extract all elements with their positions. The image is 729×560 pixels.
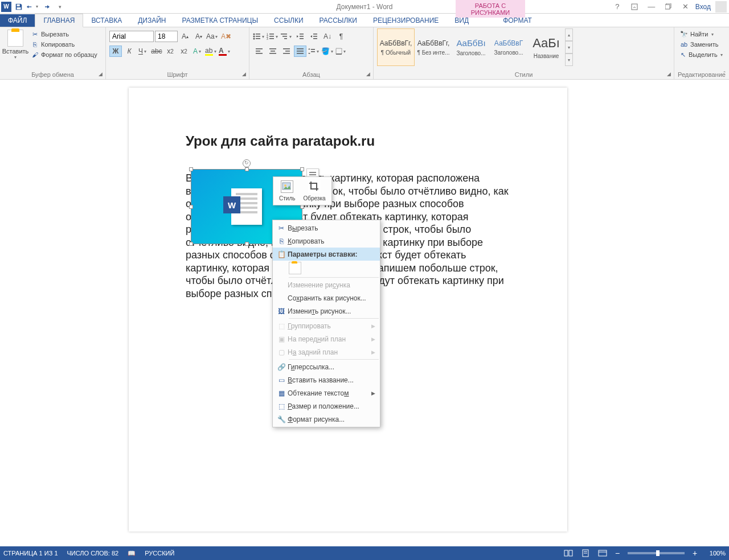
- sign-in-link[interactable]: Вход: [695, 3, 711, 11]
- line-spacing-button[interactable]: ▾: [308, 46, 320, 57]
- zoom-slider-thumb[interactable]: [656, 550, 660, 556]
- cut-button[interactable]: ✂Вырезать: [30, 30, 99, 39]
- web-layout-button[interactable]: [596, 547, 609, 559]
- align-left-button[interactable]: [253, 46, 265, 57]
- tab-references[interactable]: ССЫЛКИ: [266, 14, 311, 27]
- user-avatar[interactable]: [715, 1, 727, 13]
- resize-handle-mr[interactable]: [300, 205, 304, 209]
- clipboard-dialog-launcher[interactable]: ◢: [97, 71, 104, 77]
- highlight-button[interactable]: ab▾: [205, 46, 218, 57]
- save-button[interactable]: [13, 1, 25, 13]
- clear-formatting-button[interactable]: A✖: [220, 31, 232, 42]
- styles-dialog-launcher[interactable]: ◢: [665, 71, 672, 77]
- proofing-button[interactable]: 📖: [128, 550, 136, 557]
- tab-home[interactable]: ГЛАВНАЯ: [35, 14, 83, 27]
- rotate-handle[interactable]: [243, 159, 251, 167]
- gallery-scroll-up[interactable]: ▴: [565, 28, 573, 41]
- tab-insert[interactable]: ВСТАВКА: [83, 14, 130, 27]
- resize-handle-tr[interactable]: [300, 167, 304, 171]
- subscript-button[interactable]: x2: [164, 46, 177, 57]
- ctx-save-as-picture[interactable]: Сохранить как рисунок...: [273, 291, 380, 304]
- paste-keep-source-button[interactable]: [289, 262, 301, 274]
- resize-handle-bm[interactable]: [245, 242, 249, 246]
- style-no-spacing[interactable]: АаБбВвГг,¶ Без инте...: [415, 28, 452, 66]
- paragraph-dialog-launcher[interactable]: ◢: [364, 71, 371, 77]
- font-color-button[interactable]: A▾: [219, 46, 231, 57]
- grow-font-button[interactable]: A▴: [179, 31, 191, 42]
- ctx-hyperlink[interactable]: 🔗Гиперссылка...: [273, 360, 380, 373]
- decrease-indent-button[interactable]: [294, 31, 306, 42]
- collapse-ribbon-button[interactable]: ˆ: [723, 71, 726, 77]
- zoom-level[interactable]: 100%: [703, 550, 726, 557]
- ctx-cut[interactable]: ✂Вырезать: [273, 221, 380, 234]
- copy-button[interactable]: ⎘Копировать: [30, 40, 99, 49]
- ribbon-display-options-button[interactable]: [627, 1, 642, 13]
- numbering-button[interactable]: 123▾: [267, 31, 279, 42]
- font-dialog-launcher[interactable]: ◢: [240, 71, 247, 77]
- tab-mailings[interactable]: РАССЫЛКИ: [312, 14, 365, 27]
- underline-button[interactable]: Ч▾: [137, 46, 149, 57]
- align-right-button[interactable]: [280, 46, 293, 57]
- page[interactable]: Урок для сайта paratapok.ru Вот этот тек…: [129, 88, 567, 532]
- show-marks-button[interactable]: ¶: [335, 31, 347, 42]
- tab-review[interactable]: РЕЦЕНЗИРОВАНИЕ: [365, 14, 447, 27]
- resize-handle-tl[interactable]: [189, 167, 193, 171]
- close-button[interactable]: ✕: [678, 1, 693, 13]
- ctx-insert-caption[interactable]: ▭Вставить название...: [273, 373, 380, 386]
- font-size-combo[interactable]: [155, 31, 178, 42]
- increase-indent-button[interactable]: [308, 31, 320, 42]
- undo-button[interactable]: ▾: [26, 1, 39, 13]
- resize-handle-ml[interactable]: [189, 205, 193, 209]
- minimize-button[interactable]: —: [644, 1, 659, 13]
- gallery-expand[interactable]: ▾: [565, 53, 573, 66]
- font-name-combo[interactable]: [109, 31, 154, 42]
- format-painter-button[interactable]: 🖌Формат по образцу: [30, 50, 99, 59]
- strikethrough-button[interactable]: abc: [150, 46, 163, 57]
- style-title[interactable]: АаБıНазвание: [527, 28, 565, 66]
- zoom-out-button[interactable]: −: [613, 549, 622, 558]
- page-indicator[interactable]: СТРАНИЦА 1 ИЗ 1: [3, 550, 58, 557]
- style-normal[interactable]: АаБбВвГг,¶ Обычный: [377, 28, 415, 66]
- text-effects-button[interactable]: A▾: [191, 46, 204, 57]
- document-area[interactable]: Урок для сайта paratapok.ru Вот этот тек…: [0, 80, 729, 544]
- bold-button[interactable]: Ж: [109, 46, 122, 57]
- word-count[interactable]: ЧИСЛО СЛОВ: 82: [67, 550, 119, 557]
- italic-button[interactable]: К: [123, 46, 136, 57]
- read-mode-button[interactable]: [562, 547, 575, 559]
- qat-customize-button[interactable]: ▾: [54, 1, 66, 13]
- picture-style-button[interactable]: Стиль: [276, 179, 298, 203]
- bullets-button[interactable]: ▾: [253, 31, 265, 42]
- find-button[interactable]: 🔭Найти▾: [678, 30, 726, 39]
- redo-button[interactable]: [40, 1, 52, 13]
- help-button[interactable]: ?: [610, 1, 625, 13]
- tab-file[interactable]: ФАЙЛ: [0, 14, 35, 27]
- align-center-button[interactable]: [267, 46, 279, 57]
- shrink-font-button[interactable]: A▾: [193, 31, 205, 42]
- crop-button[interactable]: Обрезка: [300, 179, 329, 203]
- tab-page-layout[interactable]: РАЗМЕТКА СТРАНИЦЫ: [174, 14, 267, 27]
- select-button[interactable]: ↖Выделить▾: [678, 50, 726, 59]
- replace-button[interactable]: abЗаменить: [678, 40, 726, 49]
- shading-button[interactable]: 🪣▾: [321, 46, 334, 57]
- gallery-scroll-down[interactable]: ▾: [565, 41, 573, 53]
- ctx-format-picture[interactable]: 🔧Формат рисунка...: [273, 413, 380, 426]
- style-heading1[interactable]: АаБбВıЗаголово...: [452, 28, 490, 66]
- print-layout-button[interactable]: [579, 547, 592, 559]
- zoom-in-button[interactable]: +: [690, 549, 699, 558]
- ctx-copy[interactable]: ⎘Копировать: [273, 234, 380, 248]
- style-heading2[interactable]: АаБбВвГЗаголово...: [490, 28, 527, 66]
- change-case-button[interactable]: Aa▾: [206, 31, 219, 42]
- restore-button[interactable]: [661, 1, 676, 13]
- styles-gallery[interactable]: АаБбВвГг,¶ Обычный АаБбВвГг,¶ Без инте..…: [377, 28, 573, 66]
- tab-design[interactable]: ДИЗАЙН: [130, 14, 174, 27]
- multilevel-list-button[interactable]: ▾: [280, 31, 293, 42]
- language-indicator[interactable]: РУССКИЙ: [145, 550, 174, 557]
- ctx-size-position[interactable]: ⬚Размер и положение...: [273, 400, 380, 413]
- justify-button[interactable]: [294, 46, 306, 57]
- ctx-text-wrapping[interactable]: ▦Обтекание текстом▶: [273, 386, 380, 400]
- resize-handle-bl[interactable]: [189, 242, 193, 246]
- superscript-button[interactable]: x2: [178, 46, 190, 57]
- borders-button[interactable]: ▾: [335, 46, 347, 57]
- zoom-slider[interactable]: [628, 552, 685, 554]
- resize-handle-tm[interactable]: [245, 167, 249, 171]
